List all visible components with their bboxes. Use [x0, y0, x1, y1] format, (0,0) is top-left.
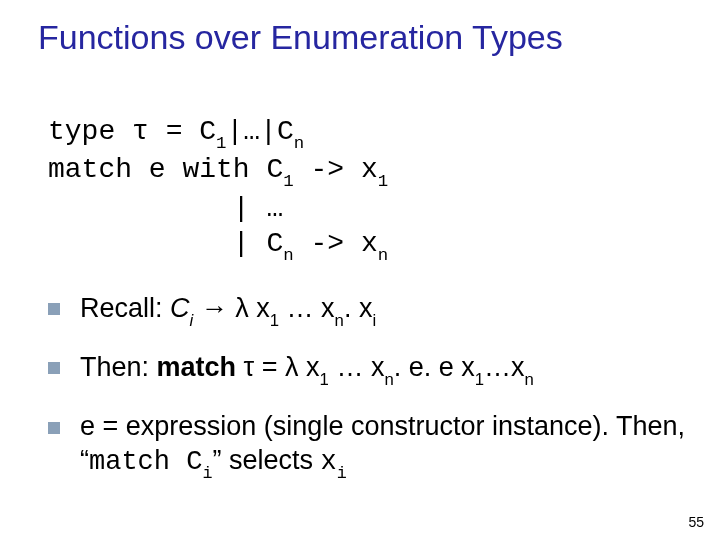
t: …: [484, 352, 511, 382]
subscript: i: [202, 464, 212, 483]
subscript: n: [283, 246, 293, 265]
lambda-symbol: λ: [235, 293, 249, 323]
t: x: [306, 352, 320, 382]
t: -> x: [294, 228, 378, 259]
match-kw: match: [157, 352, 237, 382]
subscript: n: [335, 311, 344, 330]
subscript: n: [384, 370, 393, 389]
match-ci: match C: [89, 447, 202, 477]
code-line-1: type τ = C1|…|Cn: [48, 116, 304, 147]
t: -> x: [294, 154, 378, 185]
xi: x: [321, 447, 337, 477]
slide: Functions over Enumeration Types type τ …: [0, 0, 720, 540]
slide-title: Functions over Enumeration Types: [38, 18, 690, 57]
subscript: 1: [475, 370, 484, 389]
tau-symbol: τ: [244, 352, 255, 382]
t: …: [279, 293, 321, 323]
subscript: 1: [270, 311, 279, 330]
t: type: [48, 116, 132, 147]
t: =: [254, 352, 285, 382]
arrow-icon: →: [193, 293, 235, 323]
t: [236, 352, 244, 382]
code-line-3: | …: [48, 193, 283, 224]
t: match e with C: [48, 154, 283, 185]
subscript: 1: [216, 134, 226, 153]
bullet-recall: Recall: Ci → λ x1 … xn. xi: [48, 292, 690, 329]
t: = C: [149, 116, 216, 147]
t: x: [371, 352, 385, 382]
subscript: 1: [378, 172, 388, 191]
bullet-list: Recall: Ci → λ x1 … xn. xi Then: match τ…: [48, 292, 690, 483]
subscript: n: [294, 134, 304, 153]
t: x: [461, 352, 475, 382]
subscript: n: [525, 370, 534, 389]
t: ” selects: [212, 445, 320, 475]
bullet-expression: e = expression (single constructor insta…: [48, 410, 690, 482]
t: |…|C: [226, 116, 293, 147]
subscript: i: [337, 464, 347, 483]
code-line-2: match e with C1 -> x1: [48, 154, 388, 185]
t: x: [359, 293, 373, 323]
subscript: i: [190, 311, 194, 330]
tau-symbol: τ: [132, 116, 149, 147]
t: x: [321, 293, 335, 323]
t: x: [256, 293, 270, 323]
t: x: [511, 352, 525, 382]
code-line-4: | Cn -> xn: [48, 228, 388, 259]
lambda-symbol: λ: [285, 352, 299, 382]
t: …: [329, 352, 371, 382]
t: . e. e: [394, 352, 462, 382]
t: .: [344, 293, 359, 323]
code-block: type τ = C1|…|Cn match e with C1 -> x1 |…: [48, 79, 690, 264]
subscript: n: [378, 246, 388, 265]
page-number: 55: [688, 514, 704, 530]
t: Recall:: [80, 293, 170, 323]
t: [299, 352, 307, 382]
t: Then:: [80, 352, 157, 382]
t: | C: [48, 228, 283, 259]
ci: C: [170, 293, 190, 323]
subscript: 1: [283, 172, 293, 191]
bullet-then: Then: match τ = λ x1 … xn. e. e x1…xn: [48, 351, 690, 388]
subscript: i: [372, 311, 376, 330]
subscript: 1: [320, 370, 329, 389]
